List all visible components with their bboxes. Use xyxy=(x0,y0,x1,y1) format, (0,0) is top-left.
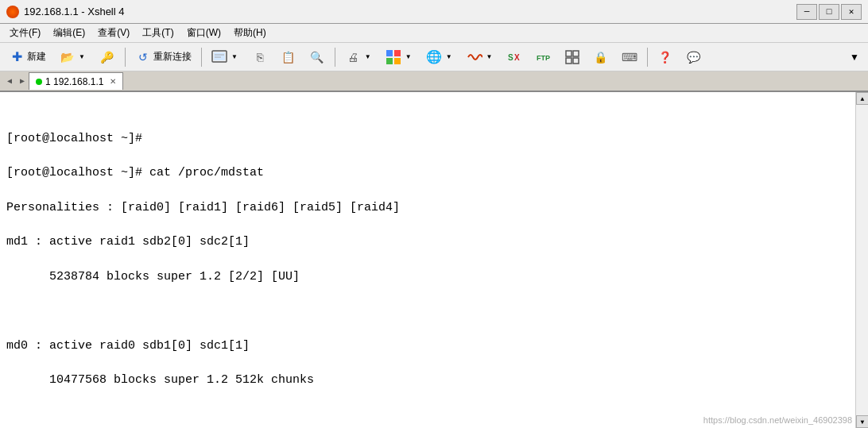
print-icon: 🖨 xyxy=(345,49,361,65)
session-icon xyxy=(211,49,227,65)
svg-rect-6 xyxy=(386,58,393,64)
sep4 xyxy=(647,48,648,67)
term-line-2: Personalities : [raid0] [raid1] [raid6] … xyxy=(6,199,862,217)
session-arrow: ▼ xyxy=(230,53,239,60)
scp-button[interactable]: S X xyxy=(502,46,529,68)
watermark: https://blog.csdn.net/weixin_46902398 xyxy=(703,415,852,425)
wave-icon xyxy=(467,49,482,65)
wave-arrow: ▼ xyxy=(485,53,494,60)
menu-view[interactable]: 查看(V) xyxy=(91,25,136,41)
menu-edit[interactable]: 编辑(E) xyxy=(47,25,91,41)
menu-tools[interactable]: 工具(T) xyxy=(136,25,180,41)
term-line-1: [root@localhost ~]# cat /proc/mdstat xyxy=(6,164,862,182)
svg-rect-7 xyxy=(394,58,401,64)
sftp-button[interactable]: FTP xyxy=(530,46,557,68)
svg-text:S: S xyxy=(508,53,513,62)
svg-rect-4 xyxy=(386,50,393,56)
paste-button[interactable]: 📋 xyxy=(275,46,302,68)
paste-icon: 📋 xyxy=(281,49,296,65)
print-arrow: ▼ xyxy=(363,53,373,60)
scroll-up-button[interactable]: ▲ xyxy=(856,92,868,105)
terminal[interactable]: [root@localhost ~]# [root@localhost ~]# … xyxy=(0,92,868,428)
chat-icon: 💬 xyxy=(686,49,702,65)
color-button[interactable]: ▼ xyxy=(380,46,419,68)
window-title: 192.168.1.1 - Xshell 4 xyxy=(24,6,124,17)
tab-scroll-right[interactable]: ▶ xyxy=(16,75,29,87)
sep1 xyxy=(125,48,126,67)
copy-button[interactable]: ⎘ xyxy=(246,46,273,68)
svg-rect-13 xyxy=(566,58,572,64)
scp-icon: S X xyxy=(507,49,523,65)
menu-file[interactable]: 文件(F) xyxy=(3,25,47,41)
search-icon: 🔍 xyxy=(309,49,325,65)
toolbar-end-btn[interactable]: ▼ xyxy=(844,46,865,68)
globe-icon: 🌐 xyxy=(426,49,442,65)
chat-button[interactable]: 💬 xyxy=(680,46,707,68)
sftp-icon: FTP xyxy=(536,49,552,65)
term-line-4: 5238784 blocks super 1.2 [2/2] [UU] xyxy=(6,268,862,286)
help-button[interactable]: ❓ xyxy=(652,46,679,68)
window-controls: ─ □ ✕ xyxy=(796,4,862,20)
toolbar: ✚ 新建 📂 ▼ 🔑 ↺ 重新连接 ▼ ⎘ 📋 🔍 xyxy=(0,43,868,71)
wave-button[interactable]: ▼ xyxy=(461,46,500,68)
svg-rect-11 xyxy=(566,51,572,56)
reconnect-label: 重新连接 xyxy=(153,50,192,64)
color-arrow: ▼ xyxy=(404,53,413,60)
reconnect-button[interactable]: ↺ 重新连接 xyxy=(130,46,197,68)
keyboard-button[interactable]: ⌨ xyxy=(616,46,643,68)
help-icon: ❓ xyxy=(657,49,673,65)
svg-rect-5 xyxy=(394,50,401,56)
scrollbar[interactable]: ▲ ▼ xyxy=(855,92,868,428)
menu-bar: 文件(F) 编辑(E) 查看(V) 工具(T) 窗口(W) 帮助(H) xyxy=(0,24,868,43)
folder-icon: 📂 xyxy=(59,49,75,65)
title-bar-left: 192.168.1.1 - Xshell 4 xyxy=(6,6,124,18)
toolbar-end-arrow: ▼ xyxy=(850,52,859,63)
lock-button[interactable]: 🔒 xyxy=(587,46,614,68)
term-line-7: 10477568 blocks super 1.2 512k chunks xyxy=(6,372,862,389)
tab-status-dot xyxy=(36,79,42,85)
color-icon xyxy=(386,49,401,65)
keyboard-icon: ⌨ xyxy=(622,49,637,65)
new-icon: ✚ xyxy=(9,49,25,65)
globe-arrow: ▼ xyxy=(444,53,454,60)
svg-text:FTP: FTP xyxy=(537,54,550,62)
term-line-6: md0 : active raid0 sdb1[0] sdc1[1] xyxy=(6,337,862,355)
svg-rect-12 xyxy=(573,51,579,56)
session-button[interactable]: ▼ xyxy=(206,46,245,68)
maximize-button[interactable]: □ xyxy=(819,4,839,20)
close-button[interactable]: ✕ xyxy=(841,4,862,20)
print-button[interactable]: 🖨 ▼ xyxy=(339,46,378,68)
lock-icon: 🔒 xyxy=(593,49,609,65)
title-bar: 192.168.1.1 - Xshell 4 ─ □ ✕ xyxy=(0,0,868,24)
menu-help[interactable]: 帮助(H) xyxy=(227,25,273,41)
scroll-down-button[interactable]: ▼ xyxy=(856,415,868,428)
svg-text:X: X xyxy=(514,53,520,62)
globe-button[interactable]: 🌐 ▼ xyxy=(420,46,459,68)
tab-close-button[interactable]: ✕ xyxy=(110,77,116,86)
svg-rect-1 xyxy=(214,52,225,60)
grid-button[interactable] xyxy=(559,46,586,68)
key-button[interactable]: 🔑 xyxy=(94,46,121,68)
app-icon xyxy=(6,6,19,18)
search-button[interactable]: 🔍 xyxy=(304,46,331,68)
minimize-button[interactable]: ─ xyxy=(796,4,817,20)
terminal-content: [root@localhost ~]# [root@localhost ~]# … xyxy=(0,92,868,428)
tab-label: 1 192.168.1.1 xyxy=(45,76,103,87)
sep2 xyxy=(201,48,202,67)
term-line-5 xyxy=(6,303,862,320)
svg-rect-14 xyxy=(573,58,579,64)
new-button[interactable]: ✚ 新建 xyxy=(3,46,52,68)
open-button[interactable]: 📂 ▼ xyxy=(53,46,92,68)
term-line-0: [root@localhost ~]# xyxy=(6,130,862,148)
copy-icon: ⎘ xyxy=(252,49,268,65)
key-icon: 🔑 xyxy=(99,49,115,65)
reconnect-icon: ↺ xyxy=(135,49,151,65)
open-arrow: ▼ xyxy=(77,53,87,60)
term-line-3: md1 : active raid1 sdb2[0] sdc2[1] xyxy=(6,233,862,251)
new-label: 新建 xyxy=(27,50,46,64)
menu-window[interactable]: 窗口(W) xyxy=(180,25,227,41)
sep3 xyxy=(335,48,335,67)
tab-scroll-left[interactable]: ◀ xyxy=(3,75,16,87)
tab-bar: ◀ ▶ 1 192.168.1.1 ✕ xyxy=(0,71,868,92)
tab-session-1[interactable]: 1 192.168.1.1 ✕ xyxy=(29,72,123,90)
